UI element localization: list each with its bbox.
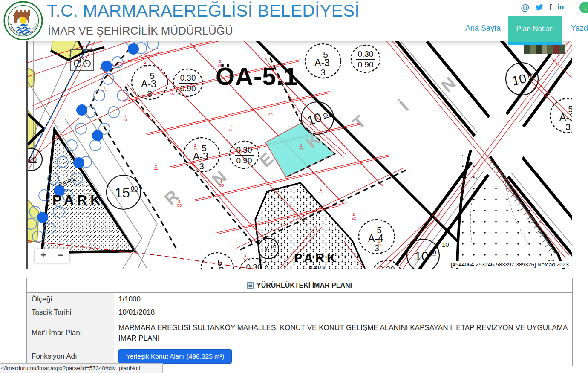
svg-text:3: 3 [147, 89, 152, 98]
svg-text:00: 00 [429, 249, 436, 256]
svg-text:0.30: 0.30 [180, 73, 196, 82]
svg-text:11: 11 [103, 89, 107, 94]
zoom-out-button[interactable]: − [52, 249, 69, 263]
status-url-tooltip: 4/imardurumu/imar.aspx?parselid=57340#di… [0, 363, 163, 373]
nav-print[interactable]: Yazdır [571, 24, 588, 33]
svg-text:7: 7 [264, 243, 269, 254]
svg-text:İ: İ [396, 97, 412, 114]
facebook-icon[interactable]: f [549, 3, 552, 12]
svg-text:A-3: A-3 [559, 112, 572, 123]
svg-text:11: 11 [154, 166, 158, 171]
svg-text:0.30: 0.30 [358, 49, 374, 58]
svg-text:66: 66 [218, 63, 222, 67]
svg-text:PARK: PARK [294, 251, 338, 265]
map-zoom-control: + − [35, 249, 69, 263]
email-at-icon[interactable]: @ [521, 2, 529, 12]
svg-text:22: 22 [143, 64, 148, 68]
imar-plan-info-table: YÜRÜRLÜKTEKİ İMAR PLANI Ölçeği 1/1000 Ta… [26, 278, 573, 366]
linkedin-icon[interactable]: in [557, 3, 564, 12]
svg-text:15: 15 [115, 185, 130, 200]
page-subtitle: İMAR VE ŞEHİRCİLİK MÜDÜRLÜĞÜ [48, 24, 233, 38]
table-title: YÜRÜRLÜKTEKİ İMAR PLANI [257, 282, 352, 289]
svg-text:33: 33 [229, 127, 234, 132]
imar-plan-map-viewport[interactable]: 5 A-3 3 5 A-3 3 5 A-3 3 5 A-4 3 5 A-3 3 … [26, 41, 572, 269]
svg-text:3: 3 [320, 67, 326, 77]
plan-zone-label: ÖA-5.1 [216, 62, 298, 90]
map-coordinates-label: [4544064.253246-583397.389326] Netcad 20… [450, 261, 570, 268]
svg-text:10: 10 [414, 249, 428, 263]
svg-text:0.90: 0.90 [180, 84, 196, 93]
row-label: Tasdik Tarihi [27, 306, 114, 319]
svg-text:A-3: A-3 [141, 78, 156, 90]
svg-text:44: 44 [268, 112, 273, 116]
svg-text:A-3: A-3 [314, 57, 330, 68]
zoom-in-button[interactable]: + [35, 249, 52, 263]
svg-text:0.30: 0.30 [236, 145, 252, 154]
svg-text:T: T [349, 112, 369, 133]
svg-text:A-3: A-3 [209, 265, 224, 269]
svg-text:00: 00 [131, 185, 138, 192]
twitter-icon[interactable] [535, 4, 543, 11]
svg-text:00: 00 [271, 244, 276, 249]
svg-text:56: 56 [219, 183, 224, 188]
svg-text:33: 33 [377, 243, 382, 247]
row-value: 10/01/2018 [114, 306, 572, 319]
svg-text:55: 55 [177, 203, 182, 208]
page-title: T.C. MARMARAEREĞLİSİ BELEDİYESİ [47, 1, 360, 21]
table-row: Ölçeği 1/1000 [27, 292, 572, 306]
nav-home[interactable]: Ana Sayfa [465, 24, 501, 33]
svg-text:11: 11 [319, 191, 323, 195]
svg-text:22: 22 [352, 216, 356, 220]
svg-text:10: 10 [306, 110, 323, 128]
svg-text:10: 10 [510, 71, 527, 88]
svg-text:0.30: 0.30 [246, 263, 262, 269]
svg-text:22: 22 [243, 257, 248, 261]
social-links: @ f in [521, 2, 564, 12]
table-row: Tasdik Tarihi 10/01/2018 [27, 306, 572, 319]
svg-text:44: 44 [123, 118, 127, 122]
svg-text:0.30: 0.30 [379, 265, 395, 269]
svg-text:PARK: PARK [309, 265, 327, 269]
download-icon[interactable]: ↓ [579, 2, 588, 13]
svg-text:10: 10 [442, 241, 449, 248]
row-label: Ölçeği [27, 293, 114, 306]
svg-text:0.90: 0.90 [358, 60, 374, 69]
basemap-thumbnail[interactable] [524, 44, 565, 54]
svg-text:21: 21 [299, 147, 304, 151]
svg-text:22: 22 [193, 147, 198, 151]
row-value: 1/1000 [114, 293, 572, 306]
svg-text:00: 00 [29, 156, 37, 163]
row-value: MARMARA EREĞLİSİ SULTANKÖY MAHALLESİ KON… [114, 319, 572, 347]
map-canvas[interactable]: 5 A-3 3 5 A-3 3 5 A-3 3 5 A-4 3 5 A-3 3 … [28, 41, 572, 269]
map-drawing: 5 A-3 3 5 A-3 3 5 A-3 3 5 A-4 3 5 A-3 3 … [28, 41, 572, 269]
svg-text:55: 55 [170, 91, 174, 96]
table-row: Mer'i İmar Planı MARMARA EREĞLİSİ SULTAN… [27, 319, 572, 347]
nav-plan-notes-active-tab[interactable]: Plan Notları [508, 16, 562, 45]
svg-text:A-3: A-3 [193, 151, 208, 162]
svg-text:PARK: PARK [52, 192, 104, 208]
table-header-row: YÜRÜRLÜKTEKİ İMAR PLANI [27, 278, 572, 292]
row-label: Mer'i İmar Planı [27, 319, 114, 347]
svg-text:0.90: 0.90 [236, 156, 252, 165]
list-icon [247, 282, 254, 289]
page-header: MARMARA EREĞLİSİ BELEDİYESİ T.C. MARMARA… [0, 0, 588, 41]
function-area-button[interactable]: Yerleşik Konut Alanı (498.325 m²) [118, 349, 232, 364]
row-value: Yerleşik Konut Alanı (498.325 m²) [114, 347, 572, 366]
svg-text:3: 3 [565, 122, 571, 132]
svg-text:3: 3 [199, 161, 204, 171]
municipality-logo-icon: MARMARA EREĞLİSİ BELEDİYESİ [3, 1, 43, 40]
